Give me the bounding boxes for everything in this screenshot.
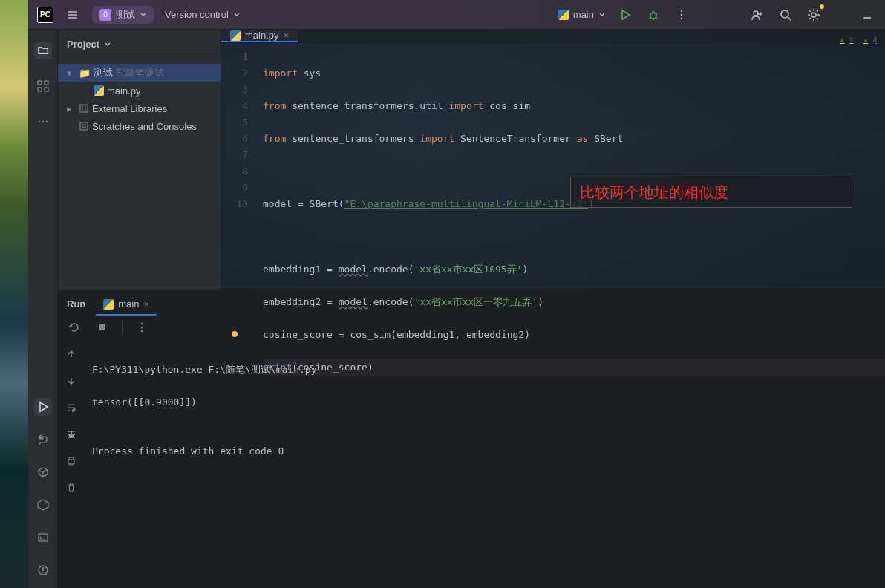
- run-tab-label: main: [118, 298, 139, 310]
- project-tool-button[interactable]: [34, 42, 52, 59]
- root-path: F:\随笔\测试: [116, 67, 164, 79]
- svg-point-5: [781, 10, 788, 18]
- t: import: [448, 100, 483, 111]
- version-control-menu[interactable]: Version control: [165, 9, 241, 20]
- svg-point-6: [811, 13, 816, 17]
- run-tool-label[interactable]: Run: [67, 298, 85, 316]
- titlebar: PC 0 测试 Version control main: [28, 0, 885, 30]
- soft-wrap-button[interactable]: [62, 399, 80, 416]
- upper-split: Project ▾ 📁 测试 F:\随笔\测试 main.py: [58, 30, 885, 290]
- debug-button[interactable]: [644, 6, 662, 24]
- chevron-right-icon: ▸: [67, 103, 76, 114]
- t: model = SBert(: [263, 198, 344, 209]
- scratches-icon: [79, 121, 89, 131]
- python-packages-button[interactable]: [34, 463, 52, 481]
- t: .encode(: [368, 264, 414, 275]
- down-stack-button[interactable]: [62, 372, 80, 390]
- run-tool-window: Run main ×: [58, 290, 885, 588]
- python-console-button[interactable]: [34, 431, 52, 448]
- editor-tab-main[interactable]: main.py ×: [221, 30, 298, 42]
- svg-point-20: [141, 326, 143, 327]
- svg-rect-18: [99, 324, 105, 330]
- tree-external-libraries[interactable]: ▸ External Libraries: [58, 99, 221, 117]
- run-toolbar: [58, 316, 885, 339]
- run-body: F:\PY311\python.exe F:\随笔\测试\main.py ten…: [58, 339, 885, 588]
- svg-rect-16: [80, 105, 88, 112]
- more-actions-button[interactable]: [673, 6, 690, 24]
- t: sentence_transformers.util: [286, 100, 448, 111]
- up-stack-button[interactable]: [62, 345, 80, 363]
- t: from: [263, 133, 286, 144]
- svg-rect-7: [38, 81, 42, 85]
- tree-root[interactable]: ▾ 📁 测试 F:\随笔\测试: [58, 64, 221, 82]
- project-header-label: Project: [67, 39, 99, 50]
- svg-rect-9: [38, 88, 42, 91]
- line-number: 9: [221, 180, 248, 196]
- editor-tabs: main.py ×: [221, 30, 885, 43]
- library-icon: [79, 103, 89, 114]
- output-line: Process finished with exit code 0: [92, 443, 885, 460]
- python-icon: [94, 85, 104, 96]
- project-tool-window: Project ▾ 📁 测试 F:\随笔\测试 main.py: [58, 30, 221, 290]
- minimize-button[interactable]: [858, 6, 876, 24]
- output-line: tensor([[0.9000]]): [92, 394, 885, 411]
- close-tab-button[interactable]: ×: [143, 298, 149, 310]
- desktop-background: [0, 0, 28, 588]
- left-toolbar: [28, 30, 58, 588]
- settings-button[interactable]: [805, 6, 823, 24]
- svg-point-12: [42, 121, 43, 122]
- more-run-actions[interactable]: [133, 318, 151, 336]
- chevron-down-icon: [140, 11, 147, 19]
- code-with-me-button[interactable]: [748, 6, 766, 24]
- run-output[interactable]: F:\PY311\python.exe F:\随笔\测试\main.py ten…: [85, 339, 885, 588]
- t: sys: [298, 68, 321, 79]
- t: embedding1 =: [263, 264, 339, 275]
- svg-point-0: [650, 13, 656, 19]
- t: SentenceTransformer: [454, 133, 576, 144]
- services-button[interactable]: [34, 496, 52, 514]
- line-number: 4: [221, 98, 248, 114]
- tree-scratches[interactable]: Scratches and Consoles: [58, 117, 221, 135]
- project-tree-body: ▾ 📁 测试 F:\随笔\测试 main.py ▸: [58, 59, 221, 140]
- terminal-button[interactable]: [34, 529, 52, 546]
- annotation-text: 比较两个地址的相似度: [580, 183, 728, 203]
- chevron-down-icon: ▾: [67, 68, 76, 79]
- line-number: 1: [221, 49, 248, 65]
- pycharm-logo: PC: [37, 7, 53, 23]
- problems-button[interactable]: [34, 561, 52, 579]
- chevron-down-icon: [598, 11, 606, 19]
- svg-rect-17: [80, 122, 88, 130]
- run-tool-button[interactable]: [34, 398, 52, 416]
- run-config-name: main: [573, 9, 594, 20]
- run-tab-main[interactable]: main ×: [96, 294, 157, 316]
- svg-point-13: [45, 121, 47, 122]
- project-selector[interactable]: 0 测试: [92, 6, 154, 24]
- rerun-button[interactable]: [65, 318, 83, 336]
- chevron-down-icon: [104, 41, 111, 48]
- print-button[interactable]: [62, 452, 80, 470]
- t: 'xx省xx市xx区1095弄': [414, 264, 523, 275]
- clear-button[interactable]: [62, 479, 80, 497]
- more-tools-button[interactable]: [34, 113, 52, 131]
- stop-button[interactable]: [94, 318, 111, 336]
- main-menu-icon[interactable]: [64, 6, 82, 24]
- line-number: 5: [221, 114, 248, 131]
- project-tree-header[interactable]: Project: [58, 30, 221, 59]
- run-button[interactable]: [616, 6, 634, 24]
- t: "E:\paraphrase-multilingual-MiniLM-L12-v…: [344, 198, 589, 209]
- line-number: 8: [221, 163, 248, 180]
- tree-file-main[interactable]: main.py: [58, 82, 221, 99]
- external-label: External Libraries: [92, 103, 167, 114]
- chevron-down-icon: [233, 11, 241, 19]
- search-button[interactable]: [777, 6, 794, 24]
- python-icon: [103, 299, 114, 310]
- run-config-selector[interactable]: main: [558, 9, 606, 20]
- svg-point-3: [681, 17, 682, 19]
- close-tab-button[interactable]: ×: [284, 30, 290, 41]
- t: model: [339, 264, 368, 275]
- scroll-to-end-button[interactable]: [62, 425, 80, 443]
- structure-tool-button[interactable]: [34, 77, 52, 95]
- root-name: 测试: [94, 66, 113, 79]
- svg-point-21: [141, 330, 143, 331]
- ide-window: PC 0 测试 Version control main: [28, 0, 885, 588]
